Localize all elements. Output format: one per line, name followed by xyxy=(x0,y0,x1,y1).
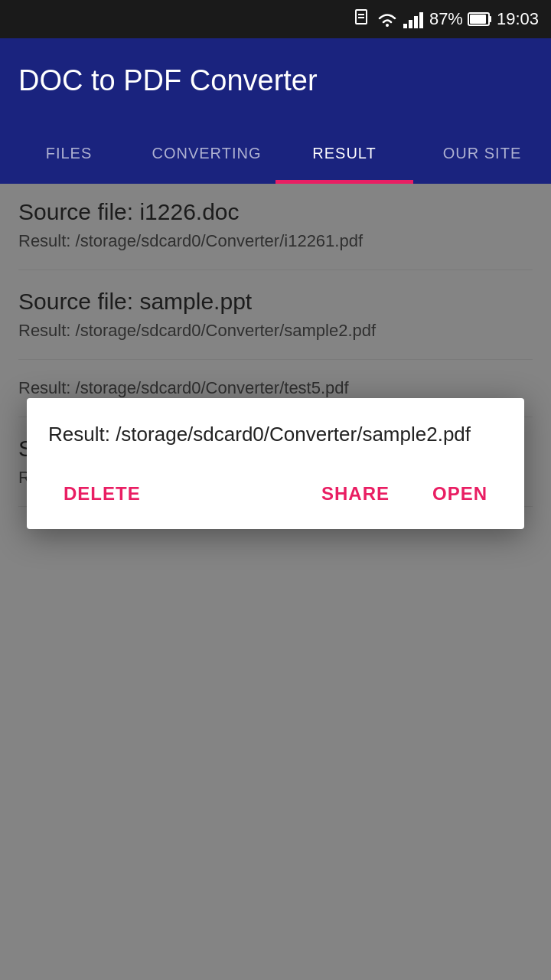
tab-files[interactable]: FILES xyxy=(0,122,138,184)
status-icons: 87% 19:03 xyxy=(353,8,539,30)
wifi-icon xyxy=(376,10,399,28)
dialog-message: Result: /storage/sdcard0/Converter/sampl… xyxy=(48,420,503,449)
dialog-overlay xyxy=(0,184,551,980)
document-icon xyxy=(353,8,371,30)
tabs-bar: FILES CONVERTING RESULT OUR SITE xyxy=(0,122,551,184)
time-text: 19:03 xyxy=(497,9,539,29)
svg-point-3 xyxy=(386,24,389,27)
tab-oursite[interactable]: OUR SITE xyxy=(413,122,551,184)
dialog: Result: /storage/sdcard0/Converter/sampl… xyxy=(27,398,524,529)
svg-rect-6 xyxy=(414,16,418,28)
svg-rect-9 xyxy=(489,16,491,22)
svg-rect-7 xyxy=(419,12,423,28)
svg-rect-4 xyxy=(403,24,407,28)
svg-rect-10 xyxy=(470,15,486,24)
tab-result[interactable]: RESULT xyxy=(276,122,413,184)
battery-icon xyxy=(468,11,492,27)
signal-icon xyxy=(403,10,425,28)
app-title: DOC to PDF Converter xyxy=(18,64,318,97)
battery-text: 87% xyxy=(429,9,463,29)
status-bar: 87% 19:03 xyxy=(0,0,551,38)
app-bar: DOC to PDF Converter xyxy=(0,38,551,122)
open-button[interactable]: OPEN xyxy=(417,474,503,514)
svg-rect-5 xyxy=(409,20,412,28)
delete-button[interactable]: DELETE xyxy=(48,474,156,514)
tab-converting[interactable]: CONVERTING xyxy=(138,122,276,184)
dialog-actions: DELETE SHARE OPEN xyxy=(48,474,503,514)
share-button[interactable]: SHARE xyxy=(306,474,405,514)
content-area: Source file: i1226.doc Result: /storage/… xyxy=(0,184,551,980)
